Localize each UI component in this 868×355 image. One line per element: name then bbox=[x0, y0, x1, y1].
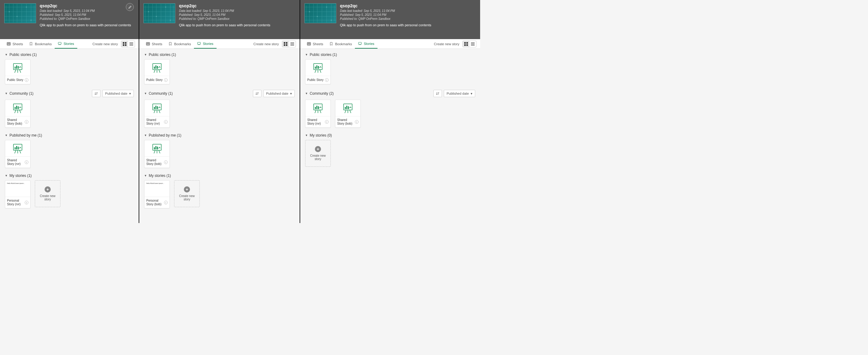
section-header[interactable]: ▼Community (2)Published date▾ bbox=[305, 90, 475, 97]
data-loaded: Data last loaded: Sep 5, 2023, 11:04 PM bbox=[179, 9, 295, 13]
grid-view-button[interactable] bbox=[282, 41, 289, 47]
story-section: ▼Community (1)Published date▾ Shared Sto… bbox=[5, 90, 134, 128]
sort-field-label: Published date bbox=[105, 92, 127, 95]
sort-field-dropdown[interactable]: Published date▾ bbox=[102, 90, 134, 97]
edit-icon[interactable] bbox=[126, 3, 134, 11]
info-icon[interactable]: i bbox=[25, 160, 28, 164]
create-story-link[interactable]: Create new story bbox=[93, 42, 118, 46]
section-header[interactable]: ▼Community (1)Published date▾ bbox=[144, 90, 295, 97]
grid-view-button[interactable] bbox=[463, 41, 469, 47]
section-header[interactable]: ▼Public stories (1) bbox=[305, 53, 475, 57]
info-icon[interactable]: i bbox=[25, 120, 28, 124]
grid-view-button[interactable] bbox=[121, 41, 128, 47]
create-story-link[interactable]: Create new story bbox=[253, 42, 279, 46]
svg-rect-17 bbox=[15, 67, 16, 69]
plus-icon: + bbox=[315, 146, 321, 152]
sort-button[interactable] bbox=[253, 90, 261, 97]
card-footer: Shared Story (rvr)i bbox=[5, 157, 30, 168]
svg-rect-28 bbox=[15, 147, 16, 149]
collapse-icon: ▼ bbox=[5, 174, 8, 177]
section-header[interactable]: ▼Public stories (1) bbox=[144, 53, 295, 57]
info-icon[interactable]: i bbox=[164, 201, 168, 204]
app-description: Qlik app to push from on prem to saas wi… bbox=[179, 23, 295, 27]
story-card[interactable]: Hello World lorem ipsum...Personal Story… bbox=[144, 180, 170, 208]
info-icon[interactable]: i bbox=[25, 78, 28, 82]
tab-sheets[interactable]: Sheets bbox=[143, 39, 165, 49]
story-card[interactable]: Shared Story (bob)i bbox=[144, 140, 170, 168]
section-title: My stories (0) bbox=[310, 133, 332, 138]
story-card[interactable]: Public Storyi bbox=[5, 59, 31, 84]
svg-rect-10 bbox=[125, 42, 126, 44]
tab-label: Sheets bbox=[152, 42, 162, 46]
chevron-down-icon: ▾ bbox=[129, 92, 131, 96]
view-toggle bbox=[282, 41, 296, 47]
story-card[interactable]: Shared Story (rvr)i bbox=[5, 140, 31, 168]
tab-sheets[interactable]: Sheets bbox=[304, 39, 326, 49]
story-card[interactable]: Shared Story (bob)i bbox=[335, 99, 361, 128]
sort-field-dropdown[interactable]: Published date▾ bbox=[444, 90, 475, 97]
story-card[interactable]: Shared Story (bob)i bbox=[5, 99, 31, 128]
card-footer: Public Storyi bbox=[5, 76, 30, 84]
info-icon[interactable]: i bbox=[164, 78, 168, 82]
story-label: Shared Story (bob) bbox=[337, 118, 354, 125]
app-panel: qsop2qcData last loaded: Sep 5, 2023, 11… bbox=[139, 0, 300, 223]
tab-stories[interactable]: Stories bbox=[355, 39, 377, 49]
svg-rect-90 bbox=[345, 107, 346, 109]
create-story-card[interactable]: +Create new story bbox=[35, 180, 60, 207]
create-story-card[interactable]: +Create new story bbox=[174, 180, 200, 207]
sort-field-dropdown[interactable]: Published date▾ bbox=[263, 90, 295, 97]
tab-stories[interactable]: Stories bbox=[55, 39, 77, 49]
info-icon[interactable]: i bbox=[325, 78, 329, 82]
info-icon[interactable]: i bbox=[164, 160, 168, 164]
section-header[interactable]: ▼Public stories (1) bbox=[5, 53, 134, 57]
svg-rect-37 bbox=[148, 43, 149, 43]
sort-button[interactable] bbox=[433, 90, 442, 97]
info-icon[interactable]: i bbox=[355, 120, 359, 124]
tab-stories[interactable]: Stories bbox=[194, 39, 216, 49]
section-header[interactable]: ▼My stories (1) bbox=[5, 174, 134, 178]
bookmark-icon bbox=[29, 42, 33, 46]
story-section: ▼Public stories (1) Public Storyi bbox=[144, 53, 295, 84]
story-label: Personal Story (bob) bbox=[146, 199, 163, 206]
svg-point-1 bbox=[17, 16, 18, 17]
info-icon[interactable]: i bbox=[325, 120, 329, 124]
info-icon[interactable]: i bbox=[164, 120, 168, 124]
published-to: Published to: QMP OnPrem Sandbox bbox=[40, 17, 134, 21]
stories-content: ▼Public stories (1) Public Storyi▼Commun… bbox=[300, 49, 480, 181]
story-card[interactable]: Public Storyi bbox=[305, 59, 331, 84]
section-title: Public stories (1) bbox=[149, 53, 176, 57]
create-story-card[interactable]: +Create new story bbox=[305, 140, 331, 167]
tab-bar: SheetsBookmarksStoriesCreate new story bbox=[139, 39, 300, 49]
card-row: Public Storyi bbox=[144, 59, 295, 84]
story-card[interactable]: Shared Story (rvr)i bbox=[305, 99, 331, 128]
svg-rect-11 bbox=[123, 44, 124, 46]
info-icon[interactable]: i bbox=[25, 201, 28, 204]
section-header[interactable]: ▼Community (1)Published date▾ bbox=[5, 90, 134, 97]
section-title: Community (1) bbox=[149, 91, 173, 96]
tab-sheets[interactable]: Sheets bbox=[4, 39, 26, 49]
tab-bookmarks[interactable]: Bookmarks bbox=[26, 39, 55, 49]
list-view-button[interactable] bbox=[469, 41, 476, 47]
tab-bookmarks[interactable]: Bookmarks bbox=[165, 39, 194, 49]
story-card[interactable]: Shared Story (rvr)i bbox=[144, 99, 170, 128]
section-header[interactable]: ▼My stories (1) bbox=[144, 174, 295, 178]
stories-icon bbox=[197, 41, 201, 46]
svg-rect-92 bbox=[348, 106, 349, 109]
create-story-link[interactable]: Create new story bbox=[434, 42, 459, 46]
list-view-button[interactable] bbox=[289, 41, 296, 47]
sort-field-label: Published date bbox=[446, 92, 469, 95]
sort-button[interactable] bbox=[92, 90, 100, 97]
create-card-label: Create new story bbox=[37, 194, 58, 201]
tab-bookmarks[interactable]: Bookmarks bbox=[326, 39, 355, 49]
section-header[interactable]: ▼Published by me (1) bbox=[144, 133, 295, 138]
card-footer: Shared Story (rvr)i bbox=[145, 116, 169, 127]
section-header[interactable]: ▼Published by me (1) bbox=[5, 133, 134, 138]
section-header[interactable]: ▼My stories (0) bbox=[305, 133, 475, 138]
svg-rect-68 bbox=[309, 43, 310, 43]
collapse-icon: ▼ bbox=[5, 92, 8, 95]
app-meta: qsop2qcData last loaded: Sep 5, 2023, 11… bbox=[340, 3, 476, 27]
list-view-button[interactable] bbox=[128, 41, 135, 47]
story-card[interactable]: Hello World lorem ipsum...Personal Story… bbox=[5, 180, 31, 208]
svg-rect-24 bbox=[15, 107, 16, 109]
story-card[interactable]: Public Storyi bbox=[144, 59, 170, 84]
